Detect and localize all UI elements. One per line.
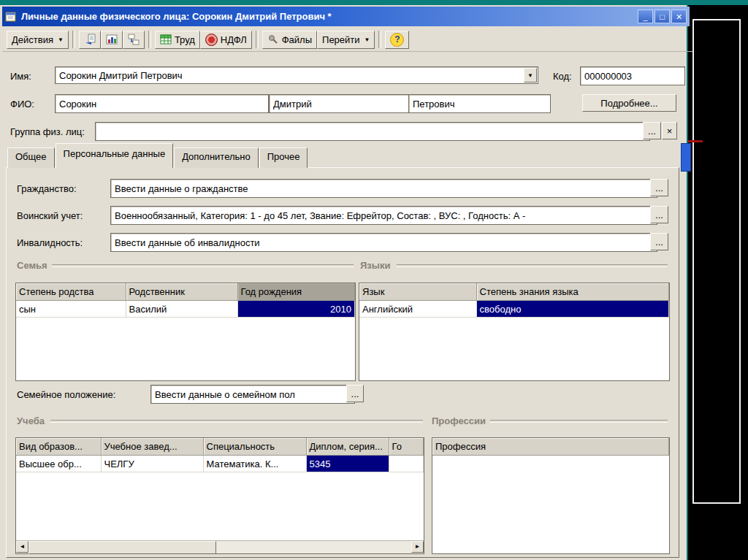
education-cell-diploma[interactable]: 5345	[306, 456, 389, 472]
education-cell-specialty[interactable]: Математика. К...	[203, 456, 306, 472]
education-table: Вид образов... Учебное завед... Специаль…	[15, 437, 424, 554]
name-label: Имя:	[10, 71, 31, 82]
disability-label: Инвалидность:	[17, 237, 83, 248]
education-col-year[interactable]: Го	[389, 438, 424, 456]
education-hscrollbar[interactable]: ◄ ►	[16, 540, 424, 553]
chevron-down-icon: ▼	[58, 37, 64, 43]
goto-label: Перейти	[322, 34, 360, 45]
toolbar: Действия ▼	[2, 28, 692, 52]
name-dropdown-button[interactable]: ▼	[524, 68, 537, 83]
name-input[interactable]	[55, 66, 538, 84]
toolbar-separator	[378, 31, 381, 48]
scrollbar-thumb[interactable]	[28, 541, 216, 554]
goto-button[interactable]: Перейти ▼	[317, 31, 375, 49]
scroll-right-button[interactable]: ►	[411, 541, 424, 553]
group-input[interactable]	[95, 122, 650, 141]
disability-input[interactable]	[110, 233, 657, 252]
tab-general[interactable]: Общее	[7, 147, 55, 168]
family-group-line	[52, 264, 354, 267]
group-select-button[interactable]: ...	[643, 122, 661, 139]
military-input[interactable]	[110, 206, 657, 225]
languages-col-level[interactable]: Степень знания языка	[476, 283, 669, 301]
languages-cell-language[interactable]: Английский	[359, 301, 476, 318]
show-in-list-button[interactable]	[79, 31, 101, 49]
code-input[interactable]	[580, 66, 685, 85]
maximize-button[interactable]: □	[654, 9, 670, 23]
last-name-input[interactable]	[55, 94, 269, 113]
slide-blue-bar	[681, 143, 691, 172]
professions-empty-body[interactable]	[432, 456, 669, 553]
citizenship-input[interactable]	[110, 179, 657, 198]
marital-input[interactable]	[150, 385, 355, 404]
fio-label: ФИО:	[10, 99, 34, 110]
tab-bar: Общее Персональные данные Дополнительно …	[7, 148, 308, 168]
languages-group-title: Языки	[360, 260, 390, 271]
middle-name-input[interactable]	[408, 94, 551, 113]
family-cell-year[interactable]: 2010	[237, 301, 355, 318]
languages-table-row: Английский свободно	[359, 301, 669, 318]
ndfl-label: НДФЛ	[221, 34, 247, 45]
professions-group-line	[490, 420, 668, 423]
group-label: Группа физ. лиц:	[10, 126, 85, 137]
languages-col-language[interactable]: Язык	[359, 283, 476, 301]
education-cell-type[interactable]: Высшее обр...	[16, 456, 101, 472]
screen: Личные данные физического лица: Сорокин …	[0, 0, 748, 560]
window-icon	[5, 11, 17, 23]
family-col-birth-year[interactable]: Год рождения	[237, 283, 355, 301]
education-group-title: Учеба	[17, 415, 45, 426]
languages-cell-level[interactable]: свободно	[476, 301, 669, 318]
family-cell-relation[interactable]: сын	[16, 301, 126, 318]
education-cell-institution[interactable]: ЧЕЛГУ	[101, 456, 203, 472]
trud-label: Труд	[175, 34, 195, 45]
help-button[interactable]: ?	[385, 31, 409, 49]
slide-frame	[692, 19, 741, 504]
details-button[interactable]: Подробнее...	[582, 94, 676, 112]
first-name-input[interactable]	[269, 94, 409, 113]
family-col-relation[interactable]: Степень родства	[16, 283, 126, 301]
tab-personal-data[interactable]: Персональные данные	[56, 143, 174, 168]
military-select-button[interactable]: ...	[650, 206, 668, 223]
education-col-specialty[interactable]: Специальность	[203, 438, 306, 456]
professions-table: Профессия	[432, 437, 670, 554]
tab-other[interactable]: Прочее	[259, 147, 308, 168]
help-icon: ?	[390, 33, 404, 47]
marital-select-button[interactable]: ...	[346, 385, 364, 402]
scroll-left-button[interactable]: ◄	[16, 541, 28, 553]
professions-group-title: Профессии	[432, 415, 486, 426]
close-button[interactable]: ✕	[671, 9, 687, 23]
trud-button[interactable]: Труд	[155, 31, 200, 49]
tab-additional[interactable]: Дополнительно	[174, 147, 259, 168]
education-col-diploma[interactable]: Диплом, серия...	[306, 438, 389, 456]
ndfl-button[interactable]: НДФЛ	[200, 31, 252, 49]
personal-data-panel: Гражданство: ... Воинский учет: ... Инва…	[6, 167, 679, 558]
military-label: Воинский учет:	[17, 210, 83, 221]
files-button[interactable]: Файлы	[262, 31, 317, 49]
family-table-row: сын Василий 2010	[16, 301, 355, 318]
slide-top-line	[0, 0, 748, 5]
professions-col-profession[interactable]: Профессия	[432, 438, 669, 456]
minimize-button[interactable]: _	[638, 9, 653, 23]
actions-button[interactable]: Действия ▼	[7, 31, 69, 49]
show-in-list-icon	[84, 34, 96, 45]
dialog-window: Личные данные физического лица: Сорокин …	[0, 5, 688, 560]
ndfl-icon	[205, 34, 218, 46]
disability-select-button[interactable]: ...	[650, 233, 668, 250]
family-group-title: Семья	[17, 260, 47, 271]
citizenship-select-button[interactable]: ...	[650, 179, 668, 196]
toolbar-separator	[72, 31, 75, 48]
family-cell-relative[interactable]: Василий	[126, 301, 237, 318]
chevron-down-icon: ▼	[365, 37, 370, 43]
chart-icon	[106, 34, 118, 45]
education-col-type[interactable]: Вид образов...	[16, 438, 101, 456]
labor-table-icon	[160, 34, 172, 45]
related-info-button[interactable]	[123, 31, 145, 49]
languages-group-line	[397, 264, 668, 267]
family-col-relative[interactable]: Родственник	[126, 283, 237, 301]
education-col-institution[interactable]: Учебное завед...	[101, 438, 203, 456]
window-title: Личные данные физического лица: Сорокин …	[21, 11, 636, 22]
education-cell-year[interactable]	[389, 456, 424, 472]
group-clear-button[interactable]: ×	[662, 122, 677, 139]
report-button[interactable]	[101, 31, 123, 49]
titlebar[interactable]: Личные данные физического лица: Сорокин …	[2, 7, 690, 26]
related-documents-icon	[128, 34, 140, 45]
